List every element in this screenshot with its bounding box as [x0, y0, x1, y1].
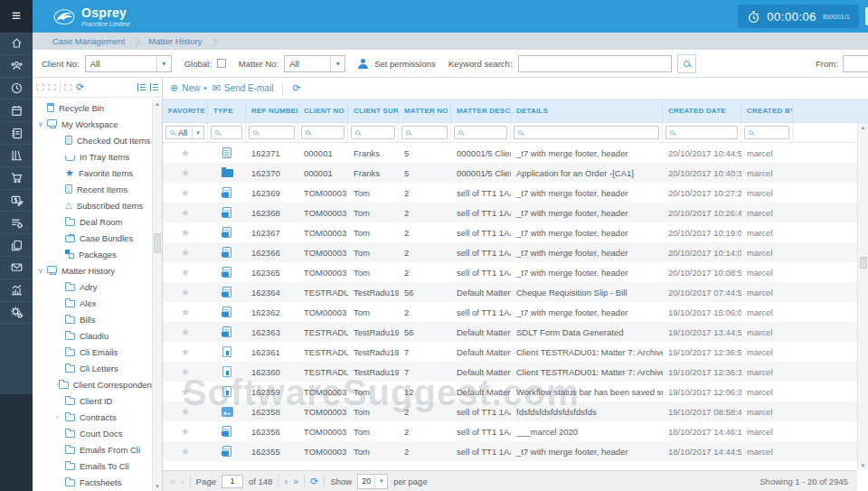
nav-time[interactable]: [0, 78, 33, 100]
pager-refresh-icon[interactable]: ⟳: [310, 477, 318, 486]
chevron-down-icon[interactable]: ▾: [156, 56, 171, 71]
tree-item[interactable]: ›Client Correspondence: [33, 376, 152, 392]
table-row[interactable]: ★162355TOM00003Tom2sell of TT1 1AA_t7 wi…: [163, 441, 868, 461]
tree-item[interactable]: Bills: [33, 311, 152, 327]
matter-no-select[interactable]: All ▾: [284, 55, 345, 72]
favorite-star-icon[interactable]: ★: [181, 147, 190, 159]
column-header[interactable]: CREATED DATE: [663, 99, 741, 122]
expander-open-icon[interactable]: ∨: [38, 120, 47, 128]
scroll-up-icon[interactable]: ▲: [858, 123, 868, 132]
page-number-input[interactable]: [222, 475, 243, 488]
tree-item[interactable]: Recent Items: [33, 181, 152, 197]
nav-documents[interactable]: [0, 234, 33, 257]
column-header[interactable]: CREATED BY: [741, 99, 793, 122]
edit-folder-icon[interactable]: [48, 84, 56, 90]
favorite-star-icon[interactable]: ★: [181, 247, 190, 259]
table-row[interactable]: ★162365TOM00003Tom2sell of TT1 1AA_t7 wi…: [163, 262, 868, 282]
tree-item[interactable]: Cli Emails: [33, 344, 152, 360]
expander-closed-icon[interactable]: ›: [56, 413, 65, 421]
prev-page-button[interactable]: ‹: [181, 476, 184, 486]
table-row[interactable]: ★162358TOM00003Tom2sell of TT1 1AAfdsfds…: [163, 401, 868, 421]
favorite-star-icon[interactable]: ★: [181, 346, 190, 358]
table-row[interactable]: ★162364TESTRADU02TestRadu19...56Default …: [163, 282, 868, 302]
tree-item[interactable]: Packages: [33, 246, 152, 262]
global-checkbox[interactable]: [217, 59, 226, 68]
table-row[interactable]: ★162361TESTRADU01TestRadu19...7Default M…: [163, 342, 868, 362]
column-header[interactable]: DETAILS: [511, 99, 663, 122]
set-permissions-button[interactable]: Set permissions: [374, 59, 436, 69]
favorite-star-icon[interactable]: ★: [181, 287, 190, 298]
tree-item[interactable]: Court Docs: [33, 425, 152, 441]
favorite-star-icon[interactable]: ★: [181, 227, 190, 239]
nav-contacts[interactable]: [0, 122, 33, 145]
expander-open-icon[interactable]: ∨: [38, 267, 47, 275]
grid-refresh-icon[interactable]: ⟳: [292, 83, 300, 93]
chevron-down-icon[interactable]: ▾: [330, 56, 344, 71]
column-header[interactable]: TYPE: [208, 99, 246, 122]
page-size-select[interactable]: 20 ▾: [357, 474, 388, 489]
column-filter-input[interactable]: [401, 126, 448, 139]
scroll-down-icon[interactable]: ▼: [153, 482, 162, 491]
brand-logo[interactable]: Osprey Pracctice Limited: [49, 6, 129, 27]
column-filter-input[interactable]: [744, 126, 789, 139]
tree-item[interactable]: Checked Out Items: [33, 132, 152, 148]
grid-scrollbar[interactable]: ▲ ▼: [857, 123, 868, 470]
column-filter-input[interactable]: [301, 126, 344, 139]
table-row[interactable]: ★162370000001Franks5000001/5 Client...Ap…: [163, 163, 868, 183]
nav-home[interactable]: [0, 33, 33, 55]
nav-diary[interactable]: [0, 99, 33, 122]
tree-item[interactable]: ★Favorite Items: [33, 165, 152, 181]
from-date-input[interactable]: [843, 55, 868, 72]
column-header[interactable]: CLIENT NO: [298, 99, 348, 122]
favorite-star-icon[interactable]: ★: [181, 187, 190, 199]
tree-item[interactable]: Recycle Bin: [33, 99, 152, 116]
tree-item[interactable]: ∨Matter History: [33, 262, 152, 279]
favorite-star-icon[interactable]: ★: [181, 207, 190, 219]
tree-item[interactable]: ∨My Workspace: [33, 116, 152, 132]
favorite-star-icon[interactable]: ★: [181, 267, 190, 279]
favorite-star-icon[interactable]: ★: [181, 326, 190, 338]
nav-library[interactable]: [0, 145, 33, 167]
breadcrumb-case-management[interactable]: Case Management: [52, 36, 125, 46]
tree-item[interactable]: △Subscribed Items: [33, 197, 152, 213]
tree-item[interactable]: Deal Room: [33, 213, 152, 230]
table-row[interactable]: ★162359TOM00003Tom12Default MatterWorkfl…: [163, 382, 868, 401]
table-row[interactable]: ★162356TOM00003Tom2sell of TT1 1AA___mar…: [163, 421, 868, 441]
tree-item[interactable]: Emails From Cli: [33, 441, 152, 458]
table-row[interactable]: ★162360TESTRADU01TestRadu19...7Default M…: [163, 362, 868, 382]
last-page-button[interactable]: »: [293, 476, 298, 486]
collapse-all-icon[interactable]: [137, 83, 146, 91]
nav-mail[interactable]: [0, 257, 33, 279]
column-filter-input[interactable]: [454, 126, 507, 139]
scrollbar-thumb[interactable]: [860, 257, 867, 269]
favorite-star-icon[interactable]: ★: [181, 426, 190, 438]
first-page-button[interactable]: «: [170, 476, 175, 486]
favorite-star-icon[interactable]: ★: [181, 366, 190, 378]
favorite-star-icon[interactable]: ★: [181, 386, 190, 398]
send-email-button[interactable]: ✉ Send E-mail: [212, 82, 274, 94]
table-row[interactable]: ★162367TOM00003Tom2sell of TT1 1AA_t7 wi…: [163, 222, 868, 242]
column-header[interactable]: CLIENT SURNA...: [348, 99, 399, 122]
tree-item[interactable]: Alex: [33, 295, 152, 311]
tree-item[interactable]: Case Bundles: [33, 230, 152, 246]
column-filter-input[interactable]: [351, 126, 395, 139]
table-row[interactable]: ★162363TESTRADU02TestRadu19...56Default …: [163, 322, 868, 342]
table-row[interactable]: ★162369TOM00003Tom2sell of TT1 1AA_t7 wi…: [163, 183, 868, 203]
column-header[interactable]: MATTER DESCRIP...: [451, 99, 511, 122]
table-row[interactable]: ★162368TOM00003Tom2sell of TT1 1AA_t7 wi…: [163, 203, 868, 222]
tree-item[interactable]: Claudiu: [33, 327, 152, 344]
tree-item[interactable]: Emails To Cli: [33, 458, 152, 474]
column-filter-input[interactable]: [665, 126, 738, 139]
column-filter-input[interactable]: [514, 126, 659, 139]
new-folder-icon[interactable]: [36, 84, 44, 90]
keyword-search-input[interactable]: [518, 55, 672, 72]
menu-button[interactable]: ≡: [0, 0, 33, 33]
delete-folder-icon[interactable]: [64, 84, 72, 90]
favorite-star-icon[interactable]: ★: [181, 446, 190, 458]
tree-item[interactable]: Adry: [33, 279, 152, 295]
client-no-select[interactable]: All ▾: [85, 55, 172, 72]
favorite-star-icon[interactable]: ★: [181, 167, 190, 179]
tree-item[interactable]: Cli Letters: [33, 360, 152, 376]
table-row[interactable]: ★162371000001Franks5000001/5 Client..._t…: [163, 143, 868, 163]
table-row[interactable]: ★162362TOM00003Tom2sell of TT1 1AA_t7 wi…: [163, 302, 868, 322]
